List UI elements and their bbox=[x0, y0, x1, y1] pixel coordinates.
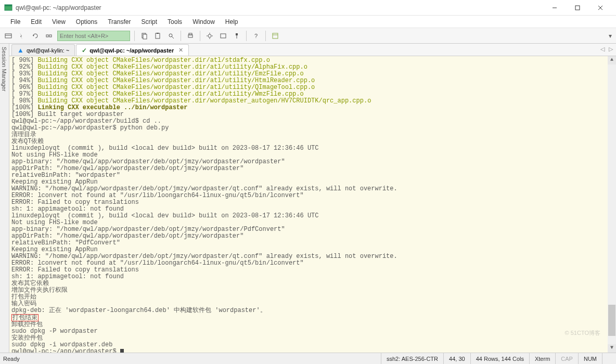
session-tabs: ▲ qwl@qwl-kylin: ~ ✓ qwl@qwl-pc: ~/app/w… bbox=[9, 44, 616, 56]
svg-rect-27 bbox=[273, 33, 278, 38]
svg-point-18 bbox=[208, 34, 211, 37]
app-icon bbox=[4, 4, 12, 12]
separator bbox=[134, 31, 135, 41]
tab-session-2[interactable]: ✓ qwl@qwl-pc: ~/app/wordpaster ✕ bbox=[76, 44, 189, 56]
command-window-icon[interactable] bbox=[270, 31, 280, 41]
print-icon[interactable] bbox=[185, 31, 196, 41]
separator bbox=[181, 31, 181, 41]
window-title: qwl@qwl-pc: ~/app/wordpaster bbox=[16, 4, 543, 11]
tab-next-icon[interactable]: ▷ bbox=[609, 46, 613, 53]
minimize-button[interactable] bbox=[543, 1, 566, 15]
close-button[interactable] bbox=[589, 1, 612, 15]
tab-prev-icon[interactable]: ◁ bbox=[600, 46, 605, 53]
status-resize-grip bbox=[602, 353, 613, 364]
titlebar: qwl@qwl-pc: ~/app/wordpaster bbox=[0, 0, 616, 16]
reconnect-icon[interactable] bbox=[30, 31, 41, 41]
session-manager-icon[interactable] bbox=[3, 31, 14, 41]
svg-line-15 bbox=[172, 36, 174, 38]
status-num: NUM bbox=[578, 353, 602, 364]
menu-file[interactable]: File bbox=[5, 17, 25, 27]
svg-rect-13 bbox=[157, 33, 159, 34]
menu-view[interactable]: View bbox=[47, 17, 71, 27]
svg-rect-8 bbox=[46, 35, 48, 37]
separator bbox=[265, 31, 266, 41]
svg-rect-11 bbox=[143, 34, 147, 39]
svg-rect-6 bbox=[5, 34, 11, 38]
paste-icon[interactable] bbox=[152, 31, 163, 41]
terminal-content: [ 90%] Building CXX object CMakeFiles/wo… bbox=[11, 57, 614, 353]
svg-rect-16 bbox=[188, 35, 192, 37]
svg-rect-1 bbox=[5, 5, 12, 6]
warning-icon: ▲ bbox=[17, 46, 24, 54]
menu-transfer[interactable]: Transfer bbox=[102, 17, 136, 27]
status-ready: Ready bbox=[3, 353, 381, 364]
statusbar: Ready ssh2: AES-256-CTR 44, 30 44 Rows, … bbox=[0, 353, 616, 364]
status-caps: CAP bbox=[555, 353, 578, 364]
highlighted-text: 打包结束 bbox=[11, 314, 38, 321]
host-input[interactable] bbox=[57, 31, 130, 41]
session-manager-panel[interactable]: Session Manager bbox=[0, 44, 9, 353]
find-icon[interactable] bbox=[166, 31, 176, 41]
svg-rect-3 bbox=[575, 6, 580, 10]
status-connection: ssh2: AES-256-CTR bbox=[381, 353, 443, 364]
menu-help[interactable]: Help bbox=[220, 17, 243, 27]
separator bbox=[246, 31, 247, 41]
svg-rect-24 bbox=[236, 33, 238, 35]
scroll-down-icon[interactable]: ▼ bbox=[608, 344, 616, 353]
status-size: 44 Rows, 144 Cols bbox=[470, 353, 529, 364]
main-area: Session Manager ▲ qwl@qwl-kylin: ~ ✓ qwl… bbox=[0, 44, 616, 353]
copy-icon[interactable] bbox=[139, 31, 149, 41]
cursor bbox=[120, 349, 124, 353]
session-options-icon[interactable] bbox=[218, 31, 228, 41]
tab-label: qwl@qwl-pc: ~/app/wordpaster bbox=[89, 47, 174, 54]
scroll-up-icon[interactable]: ▲ bbox=[608, 56, 616, 64]
quick-connect-icon[interactable] bbox=[17, 31, 27, 41]
svg-text:?: ? bbox=[254, 33, 258, 39]
terminal[interactable]: [ 90%] Building CXX object CMakeFiles/wo… bbox=[9, 56, 616, 353]
close-tab-icon[interactable]: ✕ bbox=[178, 47, 183, 54]
svg-rect-12 bbox=[156, 33, 160, 38]
terminal-wrapper: ▲ qwl@qwl-kylin: ~ ✓ qwl@qwl-pc: ~/app/w… bbox=[9, 44, 616, 353]
status-cursor-pos: 44, 30 bbox=[443, 353, 470, 364]
toolbar-overflow-icon[interactable]: ▾ bbox=[609, 32, 614, 37]
help-icon[interactable]: ? bbox=[251, 31, 261, 41]
tab-label: qwl@qwl-kylin: ~ bbox=[27, 47, 69, 54]
menu-tools[interactable]: Tools bbox=[162, 17, 187, 27]
svg-rect-17 bbox=[189, 33, 192, 35]
menu-edit[interactable]: Edit bbox=[25, 17, 47, 27]
toolbar: ? ▾ bbox=[0, 28, 616, 44]
menu-window[interactable]: Window bbox=[187, 17, 220, 27]
svg-rect-9 bbox=[49, 35, 52, 37]
separator bbox=[200, 31, 200, 41]
window-controls bbox=[543, 1, 612, 15]
menu-script[interactable]: Script bbox=[136, 17, 162, 27]
status-termtype: Xterm bbox=[529, 353, 555, 364]
properties-icon[interactable] bbox=[204, 31, 215, 41]
disconnect-icon[interactable] bbox=[44, 31, 54, 41]
menubar: File Edit View Options Transfer Script T… bbox=[0, 16, 616, 28]
tab-nav: ◁ ▷ bbox=[600, 46, 613, 53]
maximize-button[interactable] bbox=[566, 1, 589, 15]
toggle-icon[interactable] bbox=[232, 31, 242, 41]
tab-session-1[interactable]: ▲ qwl@qwl-kylin: ~ bbox=[11, 44, 75, 56]
svg-rect-23 bbox=[221, 34, 226, 38]
scroll-thumb[interactable] bbox=[608, 305, 615, 336]
scrollbar[interactable]: ▲ ▼ bbox=[608, 56, 616, 353]
check-icon: ✓ bbox=[82, 47, 87, 54]
menu-options[interactable]: Options bbox=[71, 17, 102, 27]
